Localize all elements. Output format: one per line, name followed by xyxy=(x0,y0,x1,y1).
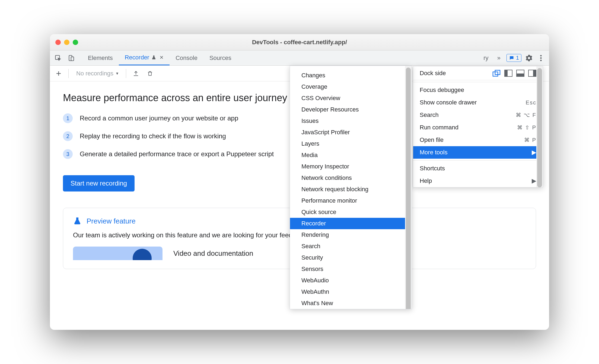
export-icon[interactable] xyxy=(132,69,140,78)
tab-elements[interactable]: Elements xyxy=(82,50,119,65)
window-title: DevTools - coffee-cart.netlify.app/ xyxy=(252,39,347,46)
menu-label: Developer Resources xyxy=(301,106,359,113)
scrollbar[interactable] xyxy=(536,66,543,187)
dropdown-label: No recordings xyxy=(76,70,113,77)
issues-count: 1 xyxy=(516,55,519,61)
main-menu-popup: Dock side Focus debuggee Show console dr… xyxy=(413,66,543,187)
menu-label: Search xyxy=(420,111,439,119)
menu-label: Layers xyxy=(301,140,319,147)
step-text: Record a common user journey on your web… xyxy=(80,114,238,122)
dock-right-icon[interactable] xyxy=(528,70,536,77)
more-tools-item[interactable]: Animations xyxy=(290,66,412,70)
separator xyxy=(126,69,126,78)
scrollbar[interactable] xyxy=(405,66,412,309)
menu-label: Run command xyxy=(420,124,458,131)
menu-label: More tools xyxy=(420,149,448,156)
step-text: Replay the recording to check if the flo… xyxy=(80,132,226,140)
more-tools-item[interactable]: Issues xyxy=(290,115,412,127)
menu-label: JavaScript Profiler xyxy=(301,129,350,136)
submenu-arrow-icon: ▶ xyxy=(532,149,536,156)
svg-point-4 xyxy=(540,57,541,59)
video-thumbnail[interactable] xyxy=(73,247,163,260)
more-tools-item[interactable]: Sensors xyxy=(290,263,412,275)
tab-partial[interactable]: ry xyxy=(479,55,491,62)
tab-console[interactable]: Console xyxy=(170,50,203,65)
menu-shortcut: ⌘ P xyxy=(524,137,536,143)
more-tools-item[interactable]: What's New xyxy=(290,298,412,309)
step-number: 2 xyxy=(63,131,73,141)
step-number: 3 xyxy=(63,149,73,159)
more-tools-item[interactable]: Network request blocking xyxy=(290,184,412,195)
chevron-down-icon: ▾ xyxy=(116,71,118,76)
close-tab-icon[interactable]: ✕ xyxy=(160,55,164,60)
more-tools-item[interactable]: Performance monitor xyxy=(290,195,412,206)
menu-label: Coverage xyxy=(301,83,327,90)
more-tools-item[interactable]: WebAudio xyxy=(290,275,412,286)
preview-title: Preview feature xyxy=(87,217,136,225)
menu-label: Media xyxy=(301,152,318,159)
flask-icon xyxy=(73,217,82,225)
flask-icon xyxy=(151,55,156,60)
dock-side-row: Dock side xyxy=(413,66,543,80)
panel-tabs: Elements Recorder ✕ Console Sources xyxy=(82,50,237,65)
dock-bottom-icon[interactable] xyxy=(516,70,524,77)
more-tools-item[interactable]: Coverage xyxy=(290,81,412,92)
more-tools-item[interactable]: Layers xyxy=(290,138,412,149)
menu-label: CSS Overview xyxy=(301,95,340,102)
dock-undock-icon[interactable] xyxy=(492,70,501,77)
menu-shortcuts[interactable]: Shortcuts xyxy=(413,162,543,175)
more-tools-item[interactable]: Media xyxy=(290,149,412,161)
more-tools-item[interactable]: Search xyxy=(290,241,412,252)
submenu-arrow-icon: ▶ xyxy=(532,177,536,184)
more-tools-item[interactable]: Quick source xyxy=(290,206,412,218)
recordings-dropdown[interactable]: No recordings ▾ xyxy=(74,70,120,77)
tab-label: ry xyxy=(483,55,488,62)
menu-label: Network request blocking xyxy=(301,186,368,193)
more-tools-item[interactable]: Changes xyxy=(290,70,412,81)
minimize-window-button[interactable] xyxy=(64,40,69,45)
tab-recorder[interactable]: Recorder ✕ xyxy=(119,50,170,65)
issues-indicator[interactable]: 1 xyxy=(506,54,521,62)
more-tools-item[interactable]: Memory Inspector xyxy=(290,161,412,172)
menu-show-console-drawer[interactable]: Show console drawerEsc xyxy=(413,96,543,109)
tab-sources[interactable]: Sources xyxy=(203,50,237,65)
more-tools-item[interactable]: Developer Resources xyxy=(290,104,412,115)
more-tools-item[interactable]: Recorder xyxy=(290,218,412,229)
menu-label: WebAudio xyxy=(301,277,329,284)
menu-help[interactable]: Help▶ xyxy=(413,175,543,187)
dock-side-label: Dock side xyxy=(420,70,446,77)
kebab-menu-icon[interactable] xyxy=(537,54,545,62)
menu-label: WebAuthn xyxy=(301,288,329,295)
dock-left-icon[interactable] xyxy=(504,70,512,77)
more-tools-item[interactable]: WebAuthn xyxy=(290,286,412,298)
close-window-button[interactable] xyxy=(55,40,61,45)
menu-label: Performance monitor xyxy=(301,197,357,204)
menu-label: Show console drawer xyxy=(420,99,477,106)
device-toolbar-icon[interactable] xyxy=(67,54,75,62)
more-tools-item[interactable]: CSS Overview xyxy=(290,92,412,104)
start-recording-button[interactable]: Start new recording xyxy=(63,175,135,191)
svg-rect-2 xyxy=(71,57,74,60)
menu-focus-debuggee[interactable]: Focus debuggee xyxy=(413,84,543,96)
menu-label: Shortcuts xyxy=(420,165,445,172)
menu-open-file[interactable]: Open file⌘ P xyxy=(413,134,543,146)
menu-run-command[interactable]: Run command⌘ ⇧ P xyxy=(413,121,543,134)
menu-more-tools[interactable]: More tools▶ xyxy=(413,146,543,159)
more-tools-item[interactable]: Security xyxy=(290,252,412,263)
maximize-window-button[interactable] xyxy=(73,40,78,45)
devtools-topbar: Elements Recorder ✕ Console Sources ry »… xyxy=(50,50,549,66)
more-tools-item[interactable]: Rendering xyxy=(290,229,412,241)
delete-icon[interactable] xyxy=(146,69,154,78)
inspect-element-icon[interactable] xyxy=(54,54,62,62)
menu-label: Network conditions xyxy=(301,174,352,181)
more-tools-item[interactable]: Network conditions xyxy=(290,172,412,184)
menu-shortcut: Esc xyxy=(526,100,536,106)
add-recording-icon[interactable] xyxy=(54,69,63,78)
settings-icon[interactable] xyxy=(525,54,533,62)
more-tabs-icon[interactable]: » xyxy=(495,55,503,62)
menu-search[interactable]: Search⌘ ⌥ F xyxy=(413,109,543,121)
menu-label: Recorder xyxy=(301,220,326,227)
tab-label: Elements xyxy=(88,55,113,62)
more-tools-item[interactable]: JavaScript Profiler xyxy=(290,127,412,138)
menu-shortcut: ⌘ ⇧ P xyxy=(517,124,536,131)
